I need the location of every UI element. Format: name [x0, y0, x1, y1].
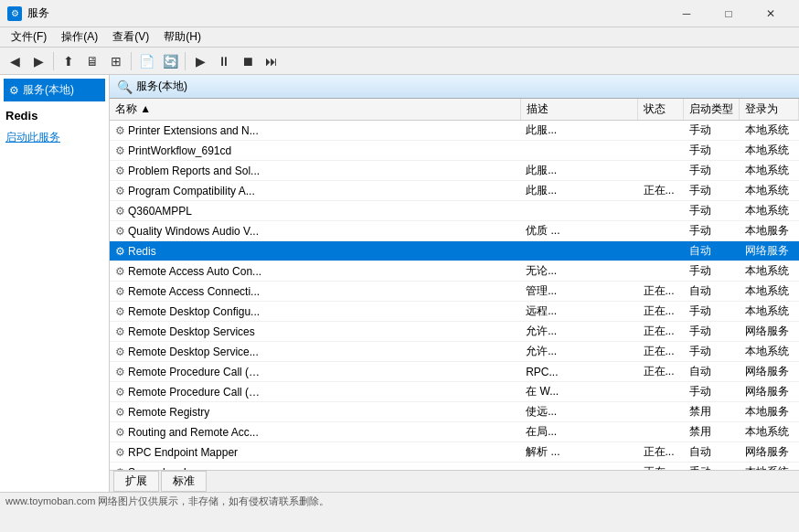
service-desc-cell: 此服...: [520, 161, 637, 181]
service-startup-cell: 手动: [684, 161, 740, 181]
table-row[interactable]: ⚙Remote Desktop Services允许...正在...手动网络服务: [110, 322, 799, 342]
service-startup-cell: 自动: [684, 241, 740, 261]
titlebar-left: ⚙ 服务: [7, 5, 49, 21]
table-header-row: 名称 ▲ 描述 状态 启动类型 登录为: [110, 99, 799, 121]
back-button[interactable]: ◀: [4, 50, 26, 72]
table-row[interactable]: ⚙Q360AMPPL手动本地系统: [110, 201, 799, 221]
restart-service-button[interactable]: ⏭: [261, 50, 282, 72]
table-row[interactable]: ⚙Printer Extensions and N...此服...手动本地系统: [110, 121, 799, 141]
table-row[interactable]: ⚙Remote Desktop Configu...远程...正在...手动本地…: [110, 302, 799, 322]
minimize-button[interactable]: ─: [666, 0, 708, 27]
service-status-cell: [638, 382, 684, 402]
service-startup-cell: 手动: [684, 221, 740, 241]
service-desc-cell: 无论...: [520, 261, 637, 282]
start-service-button[interactable]: ▶: [189, 50, 211, 72]
menu-view[interactable]: 查看(V): [105, 27, 156, 47]
left-panel-title: 服务(本地): [23, 82, 74, 98]
window-controls: ─ □ ✕: [666, 0, 792, 27]
view-tabs: 扩展 标准: [110, 470, 799, 492]
tab-extended[interactable]: 扩展: [113, 471, 159, 492]
service-login-cell: 本地系统: [740, 201, 799, 221]
service-desc-cell: 允许...: [520, 342, 637, 362]
service-startup-cell: 手动: [684, 201, 740, 221]
service-login-cell: 本地系统: [740, 141, 799, 161]
service-desc-cell: [520, 241, 637, 261]
left-panel-icon: ⚙: [9, 84, 19, 97]
left-panel: ⚙ 服务(本地) Redis 启动此服务: [0, 75, 110, 492]
service-login-cell: 网络服务: [740, 241, 799, 261]
close-button[interactable]: ✕: [750, 0, 792, 27]
service-desc-cell: 解析 ...: [520, 442, 637, 463]
menu-action[interactable]: 操作(A): [54, 27, 105, 47]
service-desc-cell: 在局...: [520, 422, 637, 442]
service-status-cell: 正在...: [638, 302, 684, 322]
table-row[interactable]: ⚙Redis自动网络服务: [110, 241, 799, 261]
table-row[interactable]: ⚙Remote Desktop Service...允许...正在...手动本地…: [110, 342, 799, 362]
toolbar-separator-2: [131, 52, 132, 70]
service-login-cell: 本地系统: [740, 282, 799, 302]
service-login-cell: 本地系统: [740, 161, 799, 181]
table-row[interactable]: ⚙Program Compatibility A...此服...正在...手动本…: [110, 181, 799, 201]
up-button[interactable]: ⬆: [58, 50, 80, 72]
menubar: 文件(F) 操作(A) 查看(V) 帮助(H): [0, 27, 799, 48]
col-header-status[interactable]: 状态: [638, 99, 684, 121]
service-login-cell: 网络服务: [740, 382, 799, 402]
service-status-cell: [638, 422, 684, 442]
menu-file[interactable]: 文件(F): [4, 27, 54, 47]
service-name-cell: ⚙Remote Procedure Call (…: [110, 362, 520, 382]
table-row[interactable]: ⚙Remote Procedure Call (…在 W...手动网络服务: [110, 382, 799, 402]
service-desc-cell: [520, 201, 637, 221]
services-table-container[interactable]: 名称 ▲ 描述 状态 启动类型 登录为 ⚙Printer Extensions …: [110, 99, 799, 470]
service-startup-cell: 禁用: [684, 422, 740, 442]
service-status-cell: [638, 241, 684, 261]
table-row[interactable]: ⚙Remote Registry使远...禁用本地服务: [110, 402, 799, 422]
refresh-button[interactable]: 🔄: [159, 50, 181, 72]
service-status-cell: [638, 141, 684, 161]
service-desc-cell: RPC...: [520, 362, 637, 382]
selected-service-name: Redis: [4, 109, 105, 122]
col-header-login[interactable]: 登录为: [740, 99, 799, 121]
table-row[interactable]: ⚙Remote Procedure Call (…RPC...正在...自动网络…: [110, 362, 799, 382]
service-startup-cell: 自动: [684, 362, 740, 382]
table-row[interactable]: ⚙Quality Windows Audio V...优质 ...手动本地服务: [110, 221, 799, 241]
services-table: 名称 ▲ 描述 状态 启动类型 登录为 ⚙Printer Extensions …: [110, 99, 799, 470]
table-row[interactable]: ⚙PrintWorkflow_691cd手动本地系统: [110, 141, 799, 161]
service-startup-cell: 手动: [684, 261, 740, 282]
col-header-startup[interactable]: 启动类型: [684, 99, 740, 121]
service-name-cell: ⚙Problem Reports and Sol...: [110, 161, 520, 181]
table-row[interactable]: ⚙Problem Reports and Sol...此服...手动本地系统: [110, 161, 799, 181]
main-container: ⚙ 服务(本地) Redis 启动此服务 🔍 服务(本地) 名称 ▲ 描述 状态…: [0, 75, 799, 492]
service-status-cell: [638, 402, 684, 422]
service-startup-cell: 手动: [684, 342, 740, 362]
stop-service-button[interactable]: ⏹: [237, 50, 259, 72]
service-name-cell: ⚙Remote Access Connecti...: [110, 282, 520, 302]
table-row[interactable]: ⚙Routing and Remote Acc...在局...禁用本地系统: [110, 422, 799, 442]
menu-help[interactable]: 帮助(H): [156, 27, 208, 47]
pause-service-button[interactable]: ⏸: [213, 50, 235, 72]
status-text: www.toymoban.com 网络图片仅供展示，非存储，如有侵权请联系删除。: [5, 495, 329, 508]
table-row[interactable]: ⚙Remote Access Auto Con...无论...手动本地系统: [110, 261, 799, 282]
service-status-cell: [638, 121, 684, 141]
service-desc-cell: 管理...: [520, 282, 637, 302]
service-name-cell: ⚙Printer Extensions and N...: [110, 121, 520, 141]
service-login-cell: 本地系统: [740, 121, 799, 141]
col-header-name[interactable]: 名称 ▲: [110, 99, 520, 121]
maximize-button[interactable]: □: [708, 0, 750, 27]
properties-button[interactable]: 📄: [135, 50, 157, 72]
table-row[interactable]: ⚙Remote Access Connecti...管理...正在...自动本地…: [110, 282, 799, 302]
forward-button[interactable]: ▶: [27, 50, 49, 72]
new-window-button[interactable]: ⊞: [105, 50, 127, 72]
search-icon: 🔍: [117, 80, 133, 94]
service-startup-cell: 自动: [684, 282, 740, 302]
service-login-cell: 本地系统: [740, 463, 799, 471]
service-login-cell: 本地服务: [740, 221, 799, 241]
col-header-desc[interactable]: 描述: [520, 99, 637, 121]
show-hide-console[interactable]: 🖥: [81, 50, 103, 72]
tab-standard[interactable]: 标准: [161, 471, 207, 492]
table-row[interactable]: ⚙Secondary Logon正在...手动本地系统: [110, 463, 799, 471]
app-icon: ⚙: [7, 6, 22, 21]
table-row[interactable]: ⚙RPC Endpoint Mapper解析 ...正在...自动网络服务: [110, 442, 799, 463]
service-login-cell: 本地系统: [740, 422, 799, 442]
service-desc-cell: 在 W...: [520, 382, 637, 402]
start-service-link[interactable]: 启动此服务: [4, 130, 105, 145]
